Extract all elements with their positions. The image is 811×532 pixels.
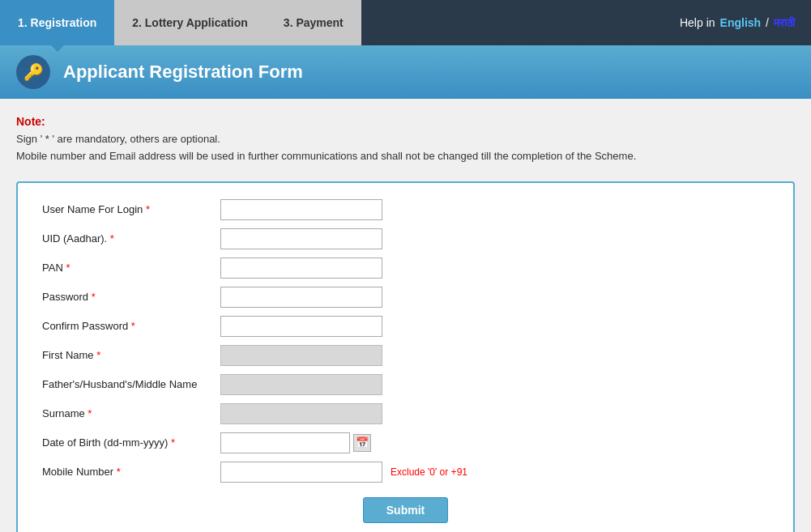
label-confirm-password: Confirm Password * xyxy=(42,320,220,332)
form-row-dob: Date of Birth (dd-mm-yyyy) *📅 xyxy=(42,432,769,453)
required-star-username: * xyxy=(143,203,150,215)
form-row-surname: Surname * xyxy=(42,403,769,424)
required-star-mobile: * xyxy=(113,466,121,478)
input-middle-name xyxy=(220,374,382,395)
note-line1: Sign ' * ' are mandatory, others are opt… xyxy=(16,131,795,148)
form-row-first-name: First Name * xyxy=(42,345,769,366)
required-star-surname: * xyxy=(85,407,92,419)
input-uid[interactable] xyxy=(220,228,382,249)
label-username: User Name For Login * xyxy=(42,203,220,215)
hint-mobile: Exclude '0' or +91 xyxy=(391,466,467,478)
input-first-name xyxy=(220,345,382,366)
main-content: 🔑 Applicant Registration Form Note: Sign… xyxy=(0,45,811,532)
form-row-username: User Name For Login * xyxy=(42,199,769,220)
help-section: Help in English / मराठी xyxy=(680,0,795,45)
help-label: Help in xyxy=(680,16,715,29)
form-row-middle-name: Father's/Husband's/Middle Name xyxy=(42,374,769,395)
required-star-pan: * xyxy=(63,262,70,274)
form-row-password: Password * xyxy=(42,287,769,308)
required-star-dob: * xyxy=(168,436,175,449)
required-star-first-name: * xyxy=(94,349,101,361)
label-dob: Date of Birth (dd-mm-yyyy) * xyxy=(42,436,220,449)
label-pan: PAN * xyxy=(42,262,220,274)
form-fields: User Name For Login *UID (Aadhar). *PAN … xyxy=(42,199,769,483)
label-uid: UID (Aadhar). * xyxy=(42,232,220,245)
form-title: Applicant Registration Form xyxy=(63,62,303,83)
divider: / xyxy=(766,16,769,29)
required-star-uid: * xyxy=(107,232,114,245)
label-password: Password * xyxy=(42,291,220,303)
label-surname: Surname * xyxy=(42,407,220,419)
nav-tabs: 1. Registration2. Lottery Application3. … xyxy=(0,0,361,45)
input-dob[interactable] xyxy=(220,432,350,453)
submit-button[interactable]: Submit xyxy=(363,497,448,523)
input-pan[interactable] xyxy=(220,257,382,279)
form-header: 🔑 Applicant Registration Form xyxy=(0,45,811,99)
input-password[interactable] xyxy=(220,287,382,308)
input-confirm-password[interactable] xyxy=(220,316,382,337)
nav-tab-lottery[interactable]: 2. Lottery Application xyxy=(114,0,266,45)
label-middle-name: Father's/Husband's/Middle Name xyxy=(42,378,220,390)
english-link[interactable]: English xyxy=(720,16,762,29)
required-star-password: * xyxy=(88,291,96,303)
marathi-link[interactable]: मराठी xyxy=(774,16,795,30)
note-label: Note: xyxy=(16,115,795,128)
calendar-icon-dob[interactable]: 📅 xyxy=(353,434,371,452)
form-row-mobile: Mobile Number *Exclude '0' or +91 xyxy=(42,462,769,483)
form-row-uid: UID (Aadhar). * xyxy=(42,228,769,249)
nav-tab-registration[interactable]: 1. Registration xyxy=(0,0,114,45)
nav-tab-payment[interactable]: 3. Payment xyxy=(266,0,361,45)
registration-form: User Name For Login *UID (Aadhar). *PAN … xyxy=(16,181,795,532)
label-first-name: First Name * xyxy=(42,349,220,361)
submit-row: Submit xyxy=(42,497,769,523)
required-star-confirm-password: * xyxy=(128,320,135,332)
form-row-confirm-password: Confirm Password * xyxy=(42,316,769,337)
input-mobile[interactable] xyxy=(220,462,382,483)
input-surname xyxy=(220,403,382,424)
form-row-pan: PAN * xyxy=(42,257,769,279)
form-header-icon: 🔑 xyxy=(16,55,50,89)
input-username[interactable] xyxy=(220,199,382,220)
note-section: Note: Sign ' * ' are mandatory, others a… xyxy=(0,109,811,173)
top-navigation: 1. Registration2. Lottery Application3. … xyxy=(0,0,811,45)
label-mobile: Mobile Number * xyxy=(42,466,220,478)
note-line2: Mobile number and Email address will be … xyxy=(16,148,795,165)
